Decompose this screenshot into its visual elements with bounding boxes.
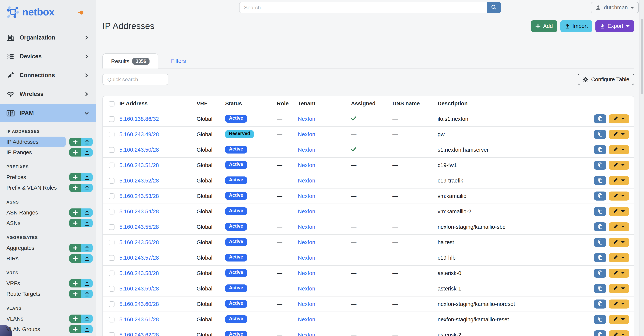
sidebar-item-organization[interactable]: Organization xyxy=(0,29,96,46)
quick-import-button[interactable] xyxy=(81,244,93,252)
edit-button[interactable] xyxy=(608,176,629,185)
column-header-dns-name[interactable]: DNS name xyxy=(392,96,438,111)
copy-button[interactable] xyxy=(594,130,606,139)
add-button[interactable]: Add xyxy=(531,20,558,32)
tenant-link[interactable]: Nexfon xyxy=(298,301,315,307)
copy-button[interactable] xyxy=(594,145,606,154)
copy-button[interactable] xyxy=(594,284,606,293)
quick-import-button[interactable] xyxy=(81,254,93,263)
copy-button[interactable] xyxy=(594,191,606,200)
tab-filters[interactable]: Filters xyxy=(171,58,186,64)
row-checkbox[interactable] xyxy=(109,224,114,230)
column-header-assigned[interactable]: Assigned xyxy=(351,96,392,111)
edit-button[interactable] xyxy=(608,253,629,262)
tenant-link[interactable]: Nexfon xyxy=(298,193,315,199)
row-checkbox[interactable] xyxy=(109,240,114,245)
quick-import-button[interactable] xyxy=(81,219,93,227)
tenant-link[interactable]: Nexfon xyxy=(298,131,315,137)
pin-icon[interactable] xyxy=(78,10,84,16)
netbox-logo-icon[interactable] xyxy=(6,6,19,18)
edit-button[interactable] xyxy=(608,284,629,293)
sidebar-item-asns[interactable]: ASNs xyxy=(0,218,96,228)
column-header-tenant[interactable]: Tenant xyxy=(298,96,351,111)
export-button[interactable]: Export xyxy=(596,20,634,32)
tenant-link[interactable]: Nexfon xyxy=(298,255,315,261)
row-checkbox[interactable] xyxy=(109,178,114,183)
sidebar-item-prefix-vlan-roles[interactable]: Prefix & VLAN Roles xyxy=(0,182,96,193)
ip-address-link[interactable]: 5.160.243.55/28 xyxy=(120,224,159,230)
ip-address-link[interactable]: 5.160.243.49/28 xyxy=(120,131,159,137)
edit-button[interactable] xyxy=(608,207,629,216)
copy-button[interactable] xyxy=(594,176,606,185)
sidebar-item-vlans[interactable]: VLANs xyxy=(0,314,96,324)
ip-address-link[interactable]: 5.160.243.59/28 xyxy=(120,285,159,292)
ip-address-link[interactable]: 5.160.243.61/28 xyxy=(120,316,159,322)
sidebar-item-wireless[interactable]: Wireless xyxy=(0,85,96,103)
quick-add-button[interactable] xyxy=(69,184,81,192)
quick-add-button[interactable] xyxy=(69,279,81,288)
copy-button[interactable] xyxy=(594,222,606,231)
ip-address-link[interactable]: 5.160.243.58/28 xyxy=(120,270,159,276)
tab-results[interactable]: Results 3356 xyxy=(102,53,158,68)
row-checkbox[interactable] xyxy=(109,255,114,261)
tenant-link[interactable]: Nexfon xyxy=(298,224,315,230)
quick-add-button[interactable] xyxy=(69,219,81,227)
column-header-status[interactable]: Status xyxy=(225,96,277,111)
row-checkbox[interactable] xyxy=(109,116,114,122)
edit-button[interactable] xyxy=(608,191,629,200)
ip-address-link[interactable]: 5.160.243.56/28 xyxy=(120,239,159,245)
sidebar-item-connections[interactable]: Connections xyxy=(0,67,96,84)
quick-import-button[interactable] xyxy=(81,279,93,288)
quick-import-button[interactable] xyxy=(81,184,93,192)
copy-button[interactable] xyxy=(594,207,606,216)
import-button[interactable]: Import xyxy=(560,20,592,32)
row-checkbox[interactable] xyxy=(109,132,114,137)
scrollbar-thumb[interactable] xyxy=(640,19,643,94)
sidebar-item-aggregates[interactable]: Aggregates xyxy=(0,243,96,253)
row-checkbox[interactable] xyxy=(109,209,114,214)
sidebar-item-vlan-groups[interactable]: VLAN Groups xyxy=(0,324,96,335)
quick-search-input[interactable] xyxy=(102,74,168,85)
search-input[interactable] xyxy=(239,2,487,13)
row-checkbox[interactable] xyxy=(109,317,114,322)
ip-address-link[interactable]: 5.160.243.53/28 xyxy=(120,193,159,199)
sidebar-item-prefixes[interactable]: Prefixes xyxy=(0,172,96,182)
copy-button[interactable] xyxy=(594,299,606,308)
sidebar-item-vrfs[interactable]: VRFs xyxy=(0,278,96,289)
copy-button[interactable] xyxy=(594,253,606,262)
tenant-link[interactable]: Nexfon xyxy=(298,116,315,122)
row-checkbox[interactable] xyxy=(109,147,114,153)
ip-address-link[interactable]: 5.160.243.62/28 xyxy=(120,332,159,336)
sidebar-item-asn-ranges[interactable]: ASN Ranges xyxy=(0,207,96,218)
row-checkbox[interactable] xyxy=(109,286,114,292)
row-checkbox[interactable] xyxy=(109,193,114,199)
column-header-ip-address[interactable]: IP Address xyxy=(120,96,196,111)
quick-import-button[interactable] xyxy=(81,148,93,157)
sidebar-item-route-targets[interactable]: Route Targets xyxy=(0,289,96,299)
quick-add-button[interactable] xyxy=(69,138,81,146)
ip-address-link[interactable]: 5.160.243.50/28 xyxy=(120,147,159,153)
edit-button[interactable] xyxy=(608,160,629,170)
edit-button[interactable] xyxy=(608,114,629,123)
quick-import-button[interactable] xyxy=(81,173,93,181)
column-header-vrf[interactable]: VRF xyxy=(196,96,225,111)
quick-import-button[interactable] xyxy=(81,325,93,333)
copy-button[interactable] xyxy=(594,315,606,324)
sidebar-item-ipam[interactable]: IPAM xyxy=(0,104,96,122)
tenant-link[interactable]: Nexfon xyxy=(298,239,315,245)
row-checkbox[interactable] xyxy=(109,271,114,276)
tenant-link[interactable]: Nexfon xyxy=(298,285,315,292)
edit-button[interactable] xyxy=(608,315,629,324)
ip-address-link[interactable]: 5.160.243.57/28 xyxy=(120,255,159,261)
search-button[interactable] xyxy=(487,2,501,13)
edit-button[interactable] xyxy=(608,269,629,278)
tenant-link[interactable]: Nexfon xyxy=(298,332,315,336)
edit-button[interactable] xyxy=(608,330,629,336)
ip-address-link[interactable]: 5.160.243.51/28 xyxy=(120,162,159,168)
quick-import-button[interactable] xyxy=(81,138,93,146)
edit-button[interactable] xyxy=(608,238,629,247)
tenant-link[interactable]: Nexfon xyxy=(298,316,315,322)
user-menu-button[interactable]: dutchman xyxy=(591,2,639,13)
row-checkbox[interactable] xyxy=(109,301,114,307)
ip-address-link[interactable]: 5.160.243.60/28 xyxy=(120,301,159,307)
